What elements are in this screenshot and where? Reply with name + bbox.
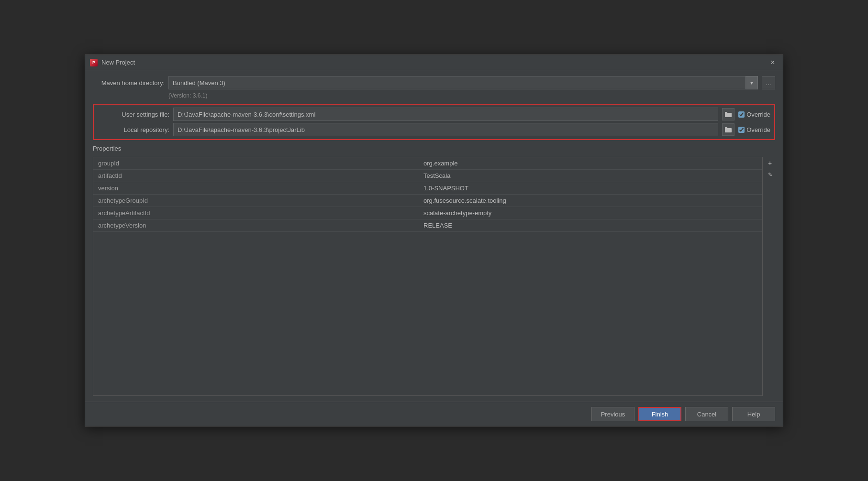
maven-home-label: Maven home directory: [93, 79, 165, 87]
properties-wrapper: groupIdorg.exampleartifactIdTestScalaver… [93, 157, 763, 396]
user-settings-folder-button[interactable] [722, 108, 734, 120]
table-row[interactable]: version1.0-SNAPSHOT [93, 182, 762, 195]
table-row[interactable]: archetypeArtifactIdscalate-archetype-emp… [93, 207, 762, 219]
close-button[interactable]: × [768, 57, 778, 68]
local-repo-input[interactable] [173, 123, 718, 136]
property-value: org.fusesource.scalate.tooling [419, 195, 762, 207]
table-row[interactable]: groupIdorg.example [93, 157, 762, 170]
right-sidebar: + ✎ [763, 157, 775, 180]
finish-button[interactable]: Finish [638, 407, 681, 421]
version-text: (Version: 3.6.1) [168, 92, 775, 99]
maven-home-dropdown[interactable]: ▼ [746, 76, 758, 89]
add-property-button[interactable]: + [765, 158, 775, 168]
table-row[interactable]: archetypeGroupIdorg.fusesource.scalate.t… [93, 195, 762, 207]
previous-button[interactable]: Previous [591, 407, 634, 421]
local-repo-input-wrapper [173, 123, 718, 136]
properties-title: Properties [93, 145, 121, 152]
highlighted-settings-section: User settings file: Override Local r [93, 104, 775, 140]
property-value: 1.0-SNAPSHOT [419, 182, 762, 195]
maven-home-input[interactable] [168, 76, 758, 89]
dialog-title: New Project [101, 59, 135, 66]
local-repo-row: Local repository: Override [98, 123, 770, 136]
local-repo-override: Override [738, 126, 770, 133]
app-icon: P [90, 59, 98, 66]
properties-content-area: groupIdorg.exampleartifactIdTestScalaver… [93, 157, 775, 396]
svg-rect-3 [725, 127, 727, 129]
maven-home-input-wrapper: ▼ [168, 76, 758, 89]
local-repo-override-label: Override [746, 126, 770, 133]
cancel-button[interactable]: Cancel [685, 407, 728, 421]
edit-property-button[interactable]: ✎ [765, 169, 775, 180]
property-key: archetypeVersion [93, 219, 419, 232]
property-value: RELEASE [419, 219, 762, 232]
user-settings-override-checkbox[interactable] [738, 111, 745, 118]
property-key: archetypeArtifactId [93, 207, 419, 219]
user-settings-override: Override [738, 111, 770, 118]
property-key: archetypeGroupId [93, 195, 419, 207]
dialog-content: Maven home directory: ▼ ... (Version: 3.… [85, 70, 783, 402]
user-settings-input-wrapper [173, 108, 718, 121]
svg-rect-1 [725, 112, 727, 113]
properties-table-area: groupIdorg.exampleartifactIdTestScalaver… [93, 157, 763, 396]
maven-home-row: Maven home directory: ▼ ... [93, 76, 775, 89]
property-value: scalate-archetype-empty [419, 207, 762, 219]
bottom-bar: Previous Finish Cancel Help [85, 402, 783, 426]
svg-rect-0 [725, 113, 732, 117]
title-bar-left: P New Project [90, 59, 135, 66]
new-project-dialog: P New Project × Maven home directory: ▼ … [85, 55, 783, 426]
local-repo-label: Local repository: [98, 126, 169, 133]
user-settings-input[interactable] [173, 108, 718, 121]
title-bar: P New Project × [85, 55, 783, 70]
local-repo-override-checkbox[interactable] [738, 127, 745, 133]
maven-home-ellipsis-button[interactable]: ... [762, 76, 775, 89]
properties-table: groupIdorg.exampleartifactIdTestScalaver… [93, 157, 762, 232]
user-settings-label: User settings file: [98, 111, 169, 118]
table-row[interactable]: artifactIdTestScala [93, 170, 762, 182]
property-key: version [93, 182, 419, 195]
property-key: groupId [93, 157, 419, 170]
help-button[interactable]: Help [732, 407, 775, 421]
properties-section: Properties groupIdorg.exampleartifactIdT… [93, 145, 775, 396]
svg-rect-2 [725, 128, 732, 132]
user-settings-row: User settings file: Override [98, 108, 770, 121]
table-row[interactable]: archetypeVersionRELEASE [93, 219, 762, 232]
user-settings-override-label: Override [746, 111, 770, 118]
property-value: org.example [419, 157, 762, 170]
property-key: artifactId [93, 170, 419, 182]
property-value: TestScala [419, 170, 762, 182]
local-repo-folder-button[interactable] [722, 123, 734, 136]
